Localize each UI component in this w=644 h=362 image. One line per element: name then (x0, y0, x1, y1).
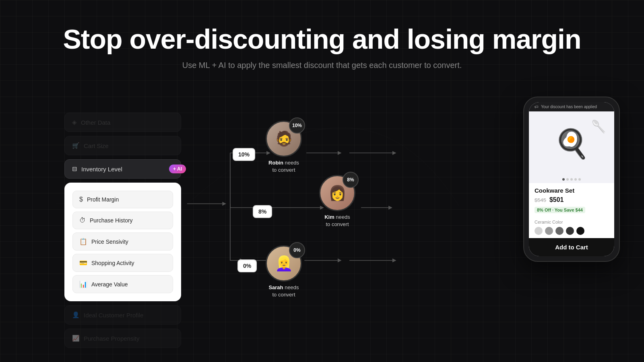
swatch-4[interactable] (566, 227, 574, 235)
other-data-card: ◈ Other Data (64, 113, 181, 132)
cart-size-label: Cart Size (84, 142, 109, 149)
svg-marker-2 (222, 202, 226, 206)
profit-margin-label: Profit Margin (87, 196, 119, 203)
swatch-3[interactable] (555, 227, 564, 235)
discount-8-value: 8% (258, 208, 266, 215)
purchase-history-label: Purchase History (90, 217, 133, 224)
purchase-history-icon: ⏱ (79, 217, 86, 224)
dot-5 (578, 178, 581, 181)
discount-node-0: 0% (237, 259, 257, 272)
shopping-activity-item[interactable]: 💳 Shopping Activity (72, 254, 173, 272)
dot-3 (570, 178, 573, 181)
svg-marker-27 (392, 259, 396, 263)
sarah-label: Sarah needsto convert (268, 284, 299, 298)
svg-marker-17 (392, 151, 396, 155)
robin-name: Robin (268, 160, 283, 166)
swatch-2[interactable] (545, 227, 553, 235)
price-original: $545 (535, 197, 546, 203)
dot-2 (566, 178, 569, 181)
cart-size-card: 🛒 Cart Size (64, 136, 181, 155)
color-label: Ceramic Color (535, 220, 609, 224)
purchase-propensity-card: 📈 Purchase Propensity (64, 329, 181, 348)
price-sensitivity-item[interactable]: 📋 Price Sensivity (72, 232, 173, 251)
product-emoji: 🍳 (554, 127, 589, 160)
discount-0-value: 0% (243, 263, 251, 269)
product-image-area: 🍳 🥄 (529, 111, 614, 176)
other-data-icon: ◈ (72, 119, 77, 126)
sarah-discount-badge: 0% (289, 242, 305, 258)
utensil-overlay: 🥄 (591, 119, 606, 134)
product-title: Cookware Set (535, 187, 609, 194)
inventory-level-label: Inventory Level (81, 166, 122, 173)
inventory-level-icon: ⊟ (72, 165, 77, 173)
discount-10-value: 10% (238, 151, 250, 158)
discount-node-10: 10% (233, 148, 255, 161)
swatch-1[interactable] (535, 227, 543, 235)
other-data-label: Other Data (81, 119, 110, 126)
profit-margin-icon: $ (79, 196, 83, 203)
kim-discount-value: 8% (347, 177, 354, 183)
sarah-discount-value: 0% (293, 247, 300, 253)
color-swatches (535, 227, 609, 235)
discount-applied-banner: 🏷 Your discount has been applied (529, 102, 614, 111)
svg-marker-25 (338, 259, 342, 263)
color-section: Ceramic Color (529, 217, 614, 238)
white-panel: $ Profit Margin ⏱ Purchase History 📋 Pri… (64, 183, 181, 301)
swatch-5[interactable] (576, 227, 584, 235)
svg-marker-15 (338, 151, 342, 155)
tag-icon: 🏷 (535, 105, 539, 109)
average-value-icon: 📊 (79, 280, 87, 288)
price-sale: $501 (549, 196, 564, 204)
add-to-cart-button[interactable]: Add to Cart (529, 238, 614, 256)
purchase-propensity-icon: 📈 (72, 335, 80, 342)
dot-1 (562, 178, 565, 181)
customer-kim: 👩 8% Kim needsto convert (319, 175, 355, 228)
cart-size-icon: 🛒 (72, 142, 80, 149)
kim-name: Kim (324, 214, 334, 220)
phone-mockup: 🏷 Your discount has been applied 🍳 🥄 (523, 97, 620, 262)
profit-margin-item[interactable]: $ Profit Margin (72, 191, 173, 208)
price-sensitivity-label: Price Sensivity (91, 239, 128, 245)
discount-applied-text: Your discount has been applied (541, 105, 597, 109)
diagram-area: ◈ Other Data 🛒 Cart Size ⊟ Inventory Lev… (0, 88, 644, 362)
purchase-history-item[interactable]: ⏱ Purchase History (72, 212, 173, 229)
svg-marker-21 (388, 206, 392, 210)
shopping-activity-icon: 💳 (79, 259, 87, 267)
ideal-customer-card: 👤 Ideal Customer Profile (64, 305, 181, 325)
average-value-label: Average Value (91, 281, 128, 288)
discount-tag: 8% Off · You Save $44 (535, 207, 585, 213)
page-subtitle: Use ML + AI to apply the smallest discou… (0, 61, 644, 70)
carousel-dots (529, 176, 614, 183)
customer-robin: 🧔 10% Robin needsto convert (266, 121, 302, 174)
left-panel: ◈ Other Data 🛒 Cart Size ⊟ Inventory Lev… (64, 113, 181, 348)
ideal-customer-icon: 👤 (72, 311, 80, 319)
inventory-level-card: ⊟ Inventory Level (64, 159, 181, 179)
phone-screen: 🏷 Your discount has been applied 🍳 🥄 (529, 102, 614, 256)
robin-label: Robin needsto convert (268, 159, 299, 174)
sarah-name: Sarah (268, 284, 283, 290)
shopping-activity-label: Shopping Activity (91, 260, 134, 266)
robin-discount-badge: 10% (289, 117, 305, 134)
inventory-level-container: ⊟ Inventory Level + AI (64, 159, 181, 179)
price-row: $545 $501 8% Off · You Save $44 (535, 196, 609, 213)
kim-discount-badge: 8% (343, 172, 359, 188)
dot-4 (574, 178, 577, 181)
header: Stop over-discounting and losing margin … (0, 0, 644, 70)
average-value-item[interactable]: 📊 Average Value (72, 275, 173, 293)
ai-badge: + AI (169, 165, 186, 173)
robin-discount-value: 10% (292, 123, 302, 128)
purchase-propensity-label: Purchase Propensity (84, 335, 139, 342)
discount-node-8: 8% (253, 205, 272, 218)
page-wrapper: Stop over-discounting and losing margin … (0, 0, 644, 362)
product-info: Cookware Set $545 $501 8% Off · You Save… (529, 183, 614, 217)
customer-sarah: 👱‍♀️ 0% Sarah needsto convert (266, 245, 302, 298)
kim-label: Kim needsto convert (324, 214, 350, 228)
price-sensitivity-icon: 📋 (79, 238, 87, 245)
ideal-customer-label: Ideal Customer Profile (84, 312, 143, 319)
page-title: Stop over-discounting and losing margin (0, 24, 644, 54)
